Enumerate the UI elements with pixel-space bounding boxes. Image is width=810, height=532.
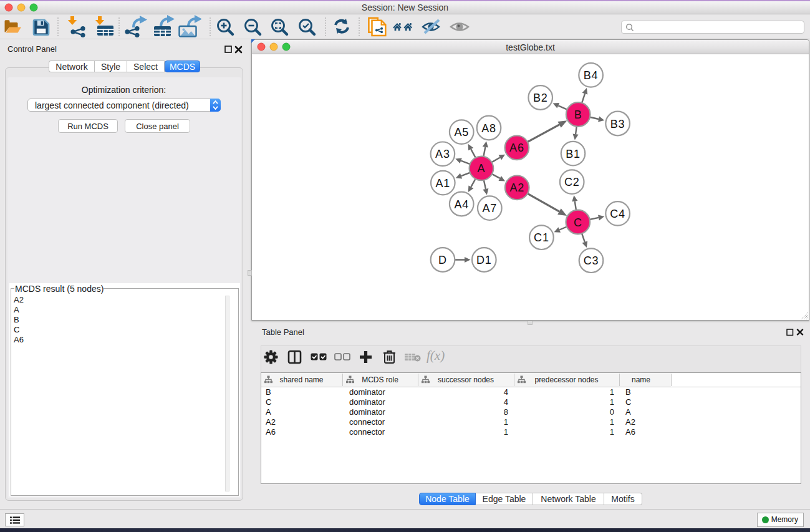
svg-text:B3: B3 [610, 118, 625, 130]
svg-text:C4: C4 [610, 208, 625, 220]
svg-text:B2: B2 [533, 92, 548, 104]
svg-text:C2: C2 [564, 176, 580, 188]
svg-text:D: D [438, 254, 447, 266]
svg-text:A3: A3 [435, 148, 450, 160]
svg-text:A6: A6 [509, 142, 524, 154]
svg-text:C: C [574, 216, 582, 229]
svg-text:A4: A4 [454, 198, 469, 211]
svg-text:B: B [574, 109, 582, 121]
svg-text:B4: B4 [584, 69, 599, 82]
svg-text:A5: A5 [454, 126, 469, 138]
svg-text:A: A [477, 162, 485, 175]
svg-text:A2: A2 [509, 181, 524, 194]
svg-text:C1: C1 [534, 231, 549, 244]
svg-text:B1: B1 [566, 148, 581, 160]
svg-text:A8: A8 [481, 122, 496, 135]
svg-text:A1: A1 [435, 177, 450, 190]
svg-text:D1: D1 [476, 254, 492, 266]
svg-text:C3: C3 [584, 254, 599, 267]
svg-text:A7: A7 [482, 202, 497, 215]
